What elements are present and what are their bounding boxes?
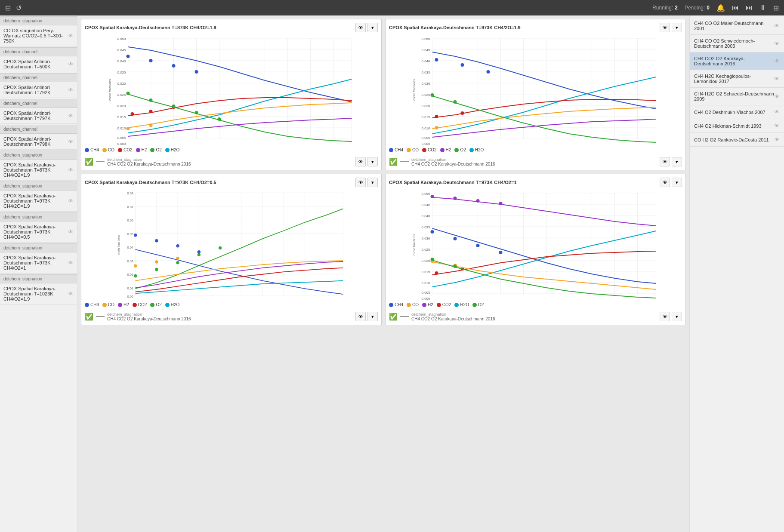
right-sidebar-item-7[interactable]: CO H2 O2 Rankovic-DaCosta 2011👁 [690,133,784,147]
skip-back-icon[interactable]: ⏮ [732,4,739,12]
sidebar-group-8: detchem_stagnation [0,243,77,252]
sidebar-eye-6[interactable]: 👁 [68,198,74,204]
chart-header-2: CPOX Spatial Karakaya-Deutschmann T=973K… [389,23,682,32]
right-sidebar-eye-7[interactable]: 👁 [774,136,780,143]
svg-text:0.020: 0.020 [117,104,126,108]
chart-svg-1: 0.050 0.045 0.040 0.035 0.030 0.025 0.02… [85,34,378,146]
right-sidebar-label-7: CO H2 O2 Rankovic-DaCosta 2011 [694,137,769,142]
right-sidebar-item-5[interactable]: CH4 O2 Deshmukh-Vlachos 2007👁 [690,105,784,119]
skip-forward-icon[interactable]: ⏭ [746,4,753,12]
svg-point-163 [431,230,434,234]
chart-card-1: CPOX Spatial Karakaya-Deutschmann T=873K… [81,19,382,170]
sidebar-eye-1[interactable]: 👁 [68,61,74,68]
right-sidebar-eye-2[interactable]: 👁 [774,58,780,65]
sidebar-eye-9[interactable]: 👁 [68,291,74,297]
footer-menu-btn-3[interactable]: ▾ [367,312,378,321]
right-sidebar-eye-6[interactable]: 👁 [774,123,780,129]
home-icon[interactable]: ⊟ [5,4,11,12]
right-sidebar-item-4[interactable]: CH4 H2O O2 Schaedel-Deutschmann 2009👁 [690,88,784,105]
sidebar-eye-3[interactable]: 👁 [68,113,74,119]
sidebar-eye-7[interactable]: 👁 [68,229,74,235]
chart-eye-btn-3[interactable]: 👁 [355,178,366,187]
chart-footer-4: ✅ detchem_stagnation CH4 CO2 O2 Karakaya… [389,310,682,321]
sidebar-eye-4[interactable]: 👁 [68,138,74,145]
footer-menu-btn-1[interactable]: ▾ [367,157,378,166]
svg-point-40 [127,127,130,130]
svg-text:0.000: 0.000 [117,142,126,146]
footer-menu-btn-4[interactable]: ▾ [672,312,682,321]
sidebar-item-7[interactable]: CPOX Spatial Karakaya-Deutschmann T=973K… [0,221,77,243]
grid-icon[interactable]: ⊞ [773,4,779,12]
footer-menu-btn-2[interactable]: ▾ [672,157,682,166]
footer-eye-btn-3[interactable]: 👁 [355,312,366,321]
svg-point-121 [198,253,201,256]
chart-card-2: CPOX Spatial Karakaya-Deutschmann T=973K… [385,19,686,170]
svg-text:0.00: 0.00 [127,295,133,298]
right-sidebar-item-1[interactable]: CH4 CO O2 Schwiedernoch-Deutschmann 2003… [690,35,784,52]
right-sidebar-eye-3[interactable]: 👁 [774,76,780,82]
svg-point-84 [461,111,464,115]
right-sidebar-item-0[interactable]: CH4 CO O2 Maier-Deutschmann 2001👁 [690,17,784,35]
svg-text:0.030: 0.030 [117,82,126,86]
chart-menu-btn-3[interactable]: ▾ [367,178,378,187]
right-sidebar-item-3[interactable]: CH4 H2O Kechagiopoulos-Lemonidou 2017👁 [690,70,784,88]
svg-text:0.015: 0.015 [117,115,126,119]
bell-icon[interactable]: 🔔 [716,4,725,12]
chart-svg-2: 0.050 0.045 0.040 0.035 0.030 0.025 0.02… [389,34,682,146]
chart-eye-btn-1[interactable]: 👁 [355,23,366,32]
sidebar-item-8[interactable]: CPOX Spatial Karakaya-Deutschmann T=973K… [0,252,77,274]
svg-text:0.000: 0.000 [421,142,430,146]
right-sidebar-eye-1[interactable]: 👁 [774,40,780,47]
right-sidebar-item-6[interactable]: CH4 O2 Hickman-Schmidt 1993👁 [690,119,784,133]
sidebar-item-text-8: CPOX Spatial Karakaya-Deutschmann T=973K… [3,255,68,271]
svg-point-127 [134,264,137,268]
right-sidebar-eye-5[interactable]: 👁 [774,109,780,115]
chart-eye-btn-4[interactable]: 👁 [660,178,670,187]
chart-footer-left-1: ✅ detchem_stagnation CH4 CO2 O2 Karakaya… [85,157,191,166]
sidebar-eye-5[interactable]: 👁 [68,167,74,173]
sidebar-item-5[interactable]: CPOX Spatial Karakaya-Deutschmann T=873K… [0,160,77,181]
sidebar-item-4[interactable]: CPOX Spatial Antinori-Deutschmann T=798K… [0,134,77,150]
svg-point-129 [176,257,179,260]
check-icon-1: ✅ [85,158,93,166]
sidebar-item-6[interactable]: CPOX Spatial Karakaya-Deutschmann T=973K… [0,191,77,212]
refresh-icon[interactable]: ↺ [16,4,22,12]
pause-icon[interactable]: ⏸ [759,4,766,12]
svg-point-123 [134,234,137,237]
chart-menu-btn-2[interactable]: ▾ [672,23,682,32]
footer-eye-btn-1[interactable]: 👁 [355,157,366,166]
sidebar-item-text-2: CPOX Spatial Antinori-Deutschmann T=792K [3,85,68,95]
chart-controls-2: 👁 ▾ [660,23,682,32]
chart-area-4: 0.050 0.045 0.040 0.035 0.030 0.025 0.02… [389,189,682,301]
right-sidebar-eye-4[interactable]: 👁 [774,93,780,100]
sidebar-eye-2[interactable]: 👁 [68,87,74,93]
sidebar-item-2[interactable]: CPOX Spatial Antinori-Deutschmann T=792K… [0,82,77,98]
svg-text:0.030: 0.030 [421,82,430,86]
right-sidebar-item-2[interactable]: CH4 CO2 O2 Karakaya-Deutschmann 2016👁 [690,52,784,70]
chart-footer-left-2: ✅ detchem_stagnation CH4 CO2 O2 Karakaya… [389,157,495,166]
svg-point-36 [195,70,198,74]
sidebar-item-9[interactable]: CPOX Spatial Karakaya-Deutschmann T=1023… [0,283,77,304]
svg-text:0.04: 0.04 [127,246,133,249]
sidebar-item-3[interactable]: CPOX Spatial Antinori-Deutschmann T=797K… [0,108,77,124]
sidebar-group-1: detchem_channel [0,47,77,56]
chart-title-4: CPOX Spatial Karakaya-Deutschmann T=973K… [389,180,517,185]
chart-eye-btn-2[interactable]: 👁 [660,23,670,32]
footer-eye-btn-4[interactable]: 👁 [660,312,670,321]
chart-menu-btn-1[interactable]: ▾ [367,23,378,32]
svg-text:mole fractions: mole fractions [412,79,416,101]
right-sidebar-eye-0[interactable]: 👁 [774,23,780,29]
sidebar-eye-0[interactable]: 👁 [68,33,74,39]
chart-title-2: CPOX Spatial Karakaya-Deutschmann T=973K… [389,25,521,30]
svg-text:0.010: 0.010 [117,126,126,130]
sidebar-item-0[interactable]: CO OX stagnation Pery-Warnatz CO/O2=0.5 … [0,25,77,46]
svg-point-86 [431,93,434,97]
sidebar-item-1[interactable]: CPOX Spatial Antinori-Deutschmann T=500K… [0,56,77,72]
footer-dash-3 [96,316,105,317]
footer-eye-btn-2[interactable]: 👁 [660,157,670,166]
chart-header-4: CPOX Spatial Karakaya-Deutschmann T=973K… [389,178,682,187]
sidebar-eye-8[interactable]: 👁 [68,260,74,266]
chart-menu-btn-4[interactable]: ▾ [672,178,682,187]
svg-text:0.000: 0.000 [421,297,430,301]
svg-text:0.010: 0.010 [421,281,430,285]
